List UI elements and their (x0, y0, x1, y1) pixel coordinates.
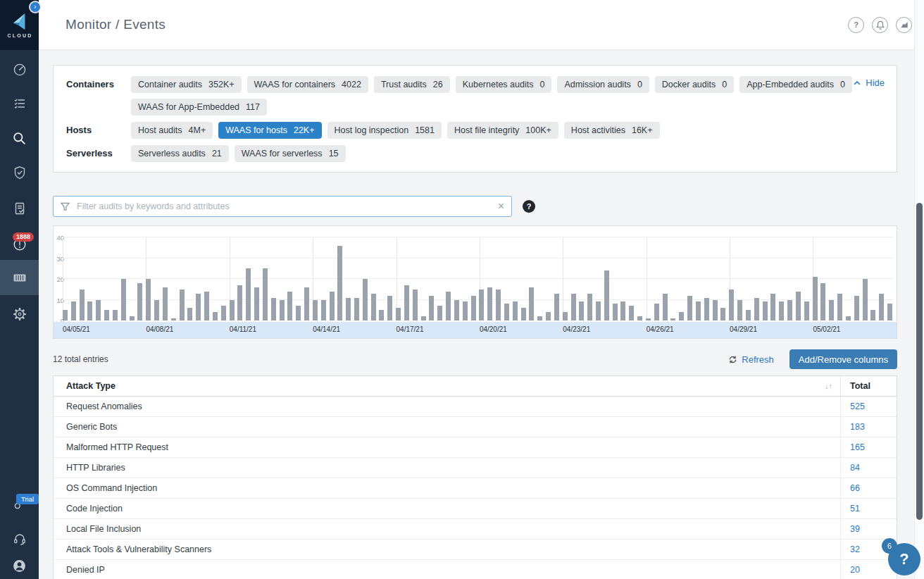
chart-bar[interactable] (87, 301, 92, 320)
chart-bar[interactable] (304, 287, 309, 320)
sidebar-item-containers[interactable] (0, 260, 39, 295)
total-link[interactable]: 66 (850, 483, 860, 493)
chart-bar[interactable] (196, 294, 201, 320)
chart-bar[interactable] (154, 300, 159, 321)
sidebar-expand-button[interactable]: › (30, 2, 40, 12)
chart-bar[interactable] (437, 306, 442, 320)
filter-chip-trust-audits[interactable]: Trust audits26 (374, 76, 450, 93)
chart-bar[interactable] (237, 285, 242, 320)
chart-bar[interactable] (146, 279, 151, 320)
chart-bar[interactable] (487, 287, 492, 320)
chart-bar[interactable] (313, 300, 318, 321)
total-link[interactable]: 183 (850, 422, 865, 432)
chart-bar[interactable] (654, 304, 659, 320)
table-row[interactable]: Local File Inclusion39 (54, 519, 897, 540)
total-link[interactable]: 525 (850, 401, 865, 411)
sidebar-item-profile[interactable] (0, 548, 39, 579)
chart-bar[interactable] (563, 312, 568, 320)
chart-bar[interactable] (746, 310, 751, 320)
chart-bar[interactable] (421, 316, 426, 320)
sidebar-item-settings[interactable] (0, 297, 39, 332)
chart-bar[interactable] (104, 310, 109, 320)
table-row[interactable]: Code Injection51 (54, 499, 897, 519)
chart-bar[interactable] (271, 298, 276, 320)
chart-bar[interactable] (287, 292, 292, 320)
total-link[interactable]: 39 (850, 524, 860, 534)
chart-bar[interactable] (113, 310, 118, 320)
chart-bar[interactable] (787, 300, 792, 321)
chart-bar[interactable] (613, 304, 618, 320)
chart-bar[interactable] (837, 294, 842, 320)
chart-bar[interactable] (679, 312, 684, 320)
usage-chart-icon[interactable] (896, 17, 912, 33)
chart-bar[interactable] (820, 283, 825, 320)
chart-bar[interactable] (496, 290, 501, 320)
filter-chip-serverless-audits[interactable]: Serverless audits21 (131, 145, 229, 162)
chart-bar[interactable] (321, 300, 326, 321)
page-scrollbar[interactable] (914, 0, 924, 579)
chart-bar[interactable] (363, 279, 368, 320)
chart-bar[interactable] (737, 300, 742, 321)
chart-bar[interactable] (704, 298, 709, 320)
chart-bar[interactable] (379, 310, 384, 320)
chart-bar[interactable] (230, 300, 235, 321)
chart-bar[interactable] (213, 312, 218, 320)
chart-bar[interactable] (529, 287, 534, 320)
column-header-attack-type[interactable]: Attack Type ↓↑ (54, 376, 840, 396)
chart-bar[interactable] (854, 296, 859, 320)
filter-chip-waas-for-hosts[interactable]: WAAS for hosts22K+ (218, 122, 321, 139)
clear-filter-icon[interactable]: × (498, 201, 504, 212)
sidebar-item-defend[interactable] (0, 155, 39, 190)
chart-bar[interactable] (171, 318, 176, 320)
chart-bar[interactable] (180, 290, 185, 320)
chart-bar[interactable] (587, 294, 592, 320)
chart-bar[interactable] (696, 301, 701, 320)
filter-chip-waas-for-containers[interactable]: WAAS for containers4022 (247, 76, 368, 93)
chart-bar[interactable] (554, 294, 559, 320)
chart-bar[interactable] (804, 301, 809, 320)
filter-chip-host-file-integrity[interactable]: Host file integrity100K+ (447, 122, 558, 139)
chart-bar[interactable] (130, 316, 135, 320)
chart-bar[interactable] (846, 316, 851, 320)
filter-chip-app-embedded-audits[interactable]: App-Embedded audits0 (739, 76, 852, 93)
filter-chip-waas-for-app-embedded[interactable]: WAAS for App-Embedded117 (131, 99, 267, 116)
chart-bar[interactable] (813, 277, 818, 320)
total-link[interactable]: 20 (850, 565, 860, 575)
chart-bar[interactable] (404, 285, 409, 320)
chart-bar[interactable] (63, 310, 68, 320)
chart-bar[interactable] (346, 298, 351, 320)
chart-bar[interactable] (604, 270, 609, 320)
scrollbar-thumb[interactable] (916, 203, 923, 520)
chart-bar[interactable] (504, 304, 509, 320)
chart-bar[interactable] (829, 300, 834, 321)
chart-bar[interactable] (137, 283, 142, 320)
filter-chip-host-log-inspection[interactable]: Host log inspection1581 (327, 122, 442, 139)
chart-bar[interactable] (637, 316, 642, 320)
chart-bar[interactable] (413, 290, 418, 320)
table-row[interactable]: HTTP Libraries84 (54, 458, 897, 478)
chart-bar[interactable] (763, 301, 768, 320)
table-row[interactable]: Denied IP20 (54, 560, 897, 579)
chart-bar[interactable] (471, 296, 476, 320)
chart-bar[interactable] (670, 318, 675, 320)
notifications-bell-icon[interactable] (872, 17, 888, 33)
chart-bar[interactable] (596, 301, 601, 320)
sort-icon[interactable]: ↓↑ (825, 382, 840, 390)
table-row[interactable]: Generic Bots183 (54, 417, 897, 437)
chart-bar[interactable] (354, 298, 359, 320)
chart-bar[interactable] (663, 294, 668, 320)
chart-bar[interactable] (571, 294, 576, 320)
sidebar-item-compliance[interactable] (0, 191, 39, 226)
chart-bar[interactable] (513, 301, 518, 320)
chart-bar[interactable] (546, 312, 551, 320)
chart-bar[interactable] (337, 246, 342, 320)
chart-bar[interactable] (463, 301, 468, 320)
chart-bar[interactable] (863, 279, 868, 320)
total-link[interactable]: 51 (850, 504, 860, 513)
chart-bar[interactable] (629, 306, 634, 320)
chart-bar[interactable] (387, 296, 392, 320)
table-row[interactable]: Attack Tools & Vulnerability Scanners32 (54, 540, 897, 560)
help-icon[interactable]: ? (848, 17, 864, 33)
chart-bar[interactable] (779, 301, 784, 320)
chart-bar[interactable] (80, 290, 85, 320)
